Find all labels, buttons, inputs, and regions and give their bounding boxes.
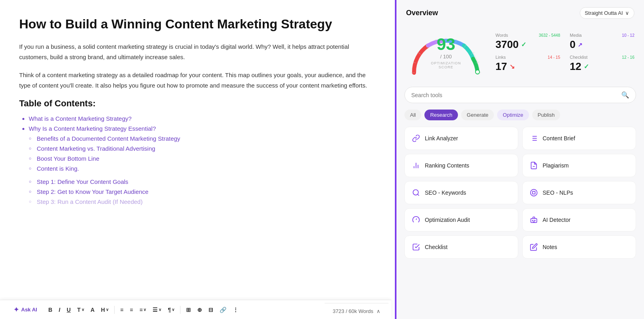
- tools-grid: Link Analyzer Content Brief Ranking Cont…: [396, 127, 644, 265]
- keywords-search-icon: [411, 188, 421, 197]
- stat-links: Links 14 - 15 17 ↘: [495, 55, 560, 73]
- text-format-button[interactable]: T ∨: [75, 305, 87, 315]
- list-item[interactable]: Benefits of a Documented Content Marketi…: [37, 135, 376, 142]
- paragraph-2: Think of a content marketing strategy as…: [19, 70, 376, 90]
- ask-ai-button[interactable]: ✦ Ask AI: [10, 304, 41, 315]
- tab-optimize[interactable]: Optimize: [497, 110, 529, 120]
- notes-pencil-icon: [529, 242, 539, 252]
- sidebar-title: Overview: [406, 9, 438, 17]
- tool-label: Ranking Contents: [425, 162, 469, 169]
- bold-button[interactable]: B: [46, 305, 55, 315]
- robot-icon: [529, 215, 539, 225]
- align-center-button[interactable]: ≡: [127, 305, 135, 315]
- list-item[interactable]: Content is King.: [37, 165, 376, 172]
- tool-optimization-audit[interactable]: Optimization Audit: [404, 208, 518, 231]
- divider-2: [180, 306, 180, 314]
- toc-heading: Table of Contents:: [19, 98, 376, 109]
- checklist-icon: [411, 242, 421, 252]
- tab-generate[interactable]: Generate: [461, 110, 494, 120]
- tool-plagiarism[interactable]: Plagiarism: [522, 154, 636, 177]
- editor-panel: How to Build a Winning Content Marketing…: [0, 0, 395, 319]
- tool-ranking-contents[interactable]: Ranking Contents: [404, 154, 518, 177]
- words-check-icon: ✓: [521, 41, 526, 48]
- badge-label: Straight Outta AI: [585, 10, 623, 16]
- tool-notes[interactable]: Notes: [522, 235, 636, 259]
- list-item[interactable]: Boost Your Bottom Line: [37, 155, 376, 162]
- tool-link-analyzer[interactable]: Link Analyzer: [404, 127, 518, 150]
- chart-icon: [411, 161, 421, 170]
- image-button[interactable]: ⊞: [184, 305, 193, 315]
- svg-point-22: [413, 190, 418, 195]
- add-button[interactable]: ⊕: [195, 305, 204, 315]
- target-icon: [529, 188, 539, 197]
- tool-ai-detector[interactable]: AI Detector: [522, 208, 636, 231]
- filter-tabs: All Research Generate Optimize Publish: [396, 108, 644, 127]
- editor-body: If you run a business, a solid content m…: [19, 42, 376, 205]
- ordered-list-button[interactable]: ≡ ∨: [137, 305, 149, 315]
- checklist-check-icon: ✓: [584, 63, 589, 70]
- tool-checklist[interactable]: Checklist: [404, 235, 518, 259]
- stats-grid: Words 3632 - 5448 3700 ✓ Media 10 - 12 0…: [495, 33, 634, 73]
- list-item[interactable]: Content Marketing vs. Traditional Advert…: [37, 145, 376, 152]
- tool-label: Link Analyzer: [425, 135, 458, 142]
- tool-label: Content Brief: [543, 135, 575, 142]
- toc-sublist: Benefits of a Documented Content Marketi…: [27, 135, 376, 172]
- search-input[interactable]: [411, 92, 618, 98]
- tool-label: AI Detector: [543, 217, 571, 223]
- paragraph-1: If you run a business, a solid content m…: [19, 42, 376, 62]
- layout-button[interactable]: ⊟: [206, 305, 216, 315]
- heading-button[interactable]: H ∨: [99, 305, 111, 315]
- list-item[interactable]: What is a Content Marketing Strategy?: [29, 115, 376, 122]
- tool-seo-nlps[interactable]: SEO - NLPs: [522, 181, 636, 204]
- list-item[interactable]: Step 3: Run a Content Audit (If Needed): [37, 198, 376, 205]
- align-left-button[interactable]: ≡: [118, 305, 126, 315]
- word-count: 3723 / 60k Words: [333, 308, 373, 314]
- underline-button[interactable]: U: [64, 305, 73, 315]
- tab-all[interactable]: All: [404, 110, 421, 120]
- tool-label: SEO - NLPs: [543, 189, 573, 196]
- sidebar: Overview Straight Outta AI ∨: [396, 0, 644, 319]
- stat-checklist: Checklist 12 - 16 12 ✓: [570, 55, 634, 73]
- optimization-gauge: 93 / 100 OPTIMIZATION SCORE: [406, 27, 486, 79]
- search-box[interactable]: 🔍: [404, 87, 636, 103]
- stat-media: Media 10 - 12 0 ↗: [570, 33, 634, 51]
- sidebar-header: Overview Straight Outta AI ∨: [396, 0, 644, 24]
- media-arrow-icon: ↗: [578, 42, 583, 48]
- svg-point-11: [476, 70, 480, 74]
- chevron-down-icon: ∨: [625, 10, 629, 16]
- tab-research[interactable]: Research: [424, 110, 458, 120]
- list-item[interactable]: Step 1: Define Your Content Goals: [37, 178, 376, 185]
- list-item[interactable]: Why Is a Content Marketing Strategy Esse…: [29, 125, 376, 132]
- tab-publish[interactable]: Publish: [532, 110, 561, 120]
- tool-label: Notes: [543, 244, 557, 250]
- svg-point-28: [533, 220, 533, 221]
- word-count-bar: 3723 / 60k Words ∧: [325, 303, 388, 319]
- ai-icon: ✦: [14, 306, 19, 313]
- score-number: 93: [426, 36, 466, 53]
- font-size-button[interactable]: A: [88, 305, 97, 315]
- italic-button[interactable]: I: [56, 305, 63, 315]
- unordered-list-button[interactable]: ☰ ∨: [150, 305, 164, 315]
- gauge-score: 93 / 100 OPTIMIZATION SCORE: [426, 36, 466, 69]
- tool-label: Plagiarism: [543, 162, 569, 169]
- tool-content-brief[interactable]: Content Brief: [522, 127, 636, 150]
- stat-words: Words 3632 - 5448 3700 ✓: [495, 33, 560, 51]
- profile-badge[interactable]: Straight Outta AI ∨: [580, 7, 634, 19]
- score-total: / 100: [426, 54, 466, 60]
- tool-seo-keywords[interactable]: SEO - Keywords: [404, 181, 518, 204]
- more-button[interactable]: ⋮: [230, 305, 241, 315]
- score-label: OPTIMIZATION SCORE: [426, 61, 466, 69]
- score-section: 93 / 100 OPTIMIZATION SCORE Words 3632 -…: [396, 24, 644, 87]
- list-item[interactable]: Step 2: Get to Know Your Target Audience: [37, 188, 376, 195]
- toc-numbered: Step 1: Define Your Content Goals Step 2…: [27, 178, 376, 205]
- doc-icon: [529, 161, 539, 170]
- tool-label: SEO - Keywords: [425, 189, 466, 196]
- link-button[interactable]: 🔗: [217, 305, 229, 315]
- svg-point-24: [531, 189, 537, 196]
- paragraph-button[interactable]: ¶ ∨: [165, 305, 177, 315]
- svg-rect-25: [533, 191, 535, 194]
- list-icon: [529, 134, 539, 143]
- chevron-up-icon: ∧: [376, 308, 380, 314]
- search-section: 🔍: [396, 87, 644, 108]
- svg-point-29: [535, 220, 535, 221]
